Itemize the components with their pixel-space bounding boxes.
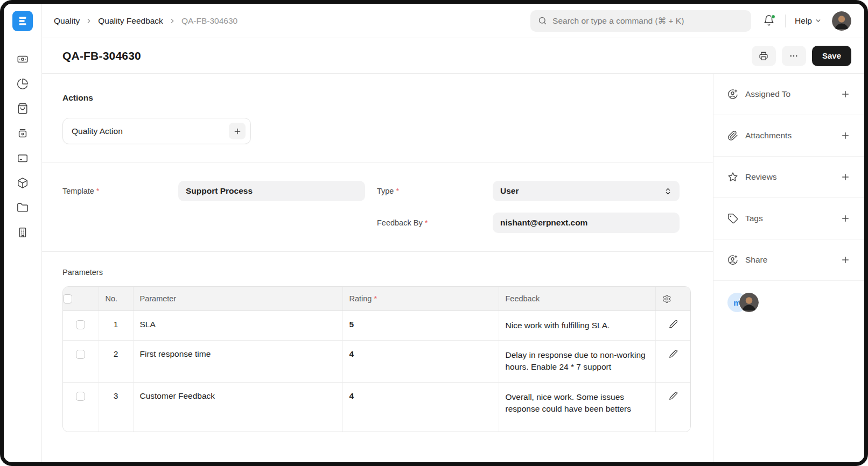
add-share-button[interactable] [841, 255, 850, 265]
required-asterisk: * [396, 187, 399, 195]
assigned-to-label: Assigned To [745, 89, 790, 99]
user-avatar[interactable] [832, 11, 851, 31]
chevron-right-icon [85, 17, 93, 25]
cell-rating: 4 [342, 382, 499, 431]
user-plus-icon [727, 89, 738, 100]
edit-row-button[interactable] [655, 382, 691, 431]
add-quality-action-button[interactable] [229, 123, 246, 139]
reviews-section[interactable]: Reviews [713, 157, 864, 198]
cell-parameter: Customer Feedback [133, 382, 342, 431]
cell-feedback: Overall, nice work. Some issues response… [499, 382, 655, 431]
template-input[interactable]: Support Process [178, 181, 365, 201]
cell-rating: 4 [342, 340, 499, 382]
table-row: 3 Customer Feedback 4 Overall, nice work… [63, 382, 691, 431]
add-assignment-button[interactable] [841, 89, 850, 99]
template-label: Template* [62, 187, 178, 195]
search-bar[interactable] [530, 10, 751, 32]
required-asterisk: * [96, 187, 100, 195]
feedback-by-input[interactable]: nishant@erpnext.com [493, 213, 680, 233]
breadcrumb-quality[interactable]: Quality [54, 16, 80, 26]
banknote-icon[interactable] [17, 53, 29, 65]
column-header-feedback: Feedback [499, 287, 655, 310]
template-field-row: Template* Support Process [62, 181, 377, 201]
save-button[interactable]: Save [812, 46, 851, 66]
plus-icon [841, 131, 850, 140]
parameters-heading: Parameters [62, 268, 691, 277]
shopping-bag-icon[interactable] [17, 103, 29, 115]
share-label: Share [745, 255, 767, 265]
printer-icon [759, 51, 768, 61]
share-section[interactable]: Share [713, 239, 864, 281]
paperclip-icon [727, 130, 738, 141]
cash-register-icon[interactable] [17, 128, 29, 139]
page-title: QA-FB-304630 [62, 50, 141, 62]
notifications-bell-icon[interactable] [763, 15, 776, 27]
shared-users: m [713, 281, 864, 324]
add-review-button[interactable] [841, 172, 850, 182]
building-icon[interactable] [17, 227, 29, 238]
add-attachment-button[interactable] [841, 131, 850, 140]
attachments-section[interactable]: Attachments [713, 115, 864, 157]
select-all-checkbox[interactable] [63, 294, 72, 303]
chevron-right-icon [169, 17, 176, 25]
plus-icon [841, 89, 850, 99]
pie-chart-icon[interactable] [17, 78, 29, 90]
search-input[interactable] [552, 16, 744, 26]
form-right-column: Type* User Feedback By* nishant@erpnext.… [377, 181, 691, 233]
cell-parameter: SLA [133, 310, 342, 340]
form-left-column: Template* Support Process [62, 181, 377, 233]
package-icon[interactable] [17, 177, 29, 189]
row-checkbox[interactable] [76, 392, 85, 401]
cell-parameter: First response time [133, 340, 342, 382]
attachments-label: Attachments [745, 131, 792, 140]
folder-icon[interactable] [17, 202, 29, 214]
cell-no: 1 [99, 310, 133, 340]
edit-row-button[interactable] [655, 310, 691, 340]
star-icon [727, 172, 738, 182]
add-tag-button[interactable] [841, 214, 850, 223]
credit-card-icon[interactable] [17, 152, 29, 164]
edit-row-button[interactable] [655, 340, 691, 382]
unread-notification-dot [771, 15, 775, 19]
titlebar-actions: Save [752, 46, 851, 66]
print-button[interactable] [752, 46, 776, 66]
help-label: Help [795, 16, 812, 26]
table-settings-button[interactable] [655, 287, 691, 310]
pencil-icon [669, 349, 678, 358]
erpnext-logo-glyph [17, 15, 29, 27]
topbar: Quality Quality Feedback QA-FB-304630 [42, 4, 864, 38]
help-menu[interactable]: Help [795, 16, 822, 26]
reviews-label: Reviews [745, 172, 777, 182]
table-row: 1 SLA 5 Nice work with fulfilling SLA. [63, 310, 691, 340]
breadcrumb-quality-feedback[interactable]: Quality Feedback [98, 16, 163, 26]
row-checkbox[interactable] [76, 320, 85, 329]
nav-rail-icons [17, 53, 29, 238]
screenshot-frame: Quality Quality Feedback QA-FB-304630 [0, 0, 868, 466]
parameters-table: No. Parameter Rating* Feedback [62, 286, 691, 432]
search-icon [538, 16, 547, 25]
tags-section[interactable]: Tags [713, 198, 864, 239]
tags-label: Tags [745, 214, 763, 223]
type-select[interactable]: User [493, 181, 680, 201]
tag-icon [727, 213, 738, 224]
quality-action-label: Quality Action [72, 126, 123, 136]
plus-icon [841, 255, 850, 265]
cell-no: 2 [99, 340, 133, 382]
form-section: Template* Support Process Type* User [42, 163, 713, 252]
side-panel: Assigned To Attachments Reviews [713, 74, 864, 462]
breadcrumb: Quality Quality Feedback QA-FB-304630 [54, 16, 237, 26]
table-row: 2 First response time 4 Delay in respons… [63, 340, 691, 382]
quality-action-card[interactable]: Quality Action [62, 118, 251, 144]
assigned-to-section[interactable]: Assigned To [713, 74, 864, 115]
cell-rating: 5 [342, 310, 499, 340]
app-window: Quality Quality Feedback QA-FB-304630 [4, 4, 864, 462]
user-photo-avatar[interactable] [739, 292, 759, 313]
more-options-button[interactable] [782, 46, 806, 66]
plus-icon [841, 214, 850, 223]
erpnext-logo[interactable] [12, 11, 33, 31]
column-header-no: No. [99, 287, 133, 310]
actions-section: Actions Quality Action [42, 74, 713, 163]
row-checkbox[interactable] [76, 350, 85, 359]
cell-feedback: Delay in response due to non-working hou… [499, 340, 655, 382]
breadcrumb-current: QA-FB-304630 [181, 16, 237, 26]
